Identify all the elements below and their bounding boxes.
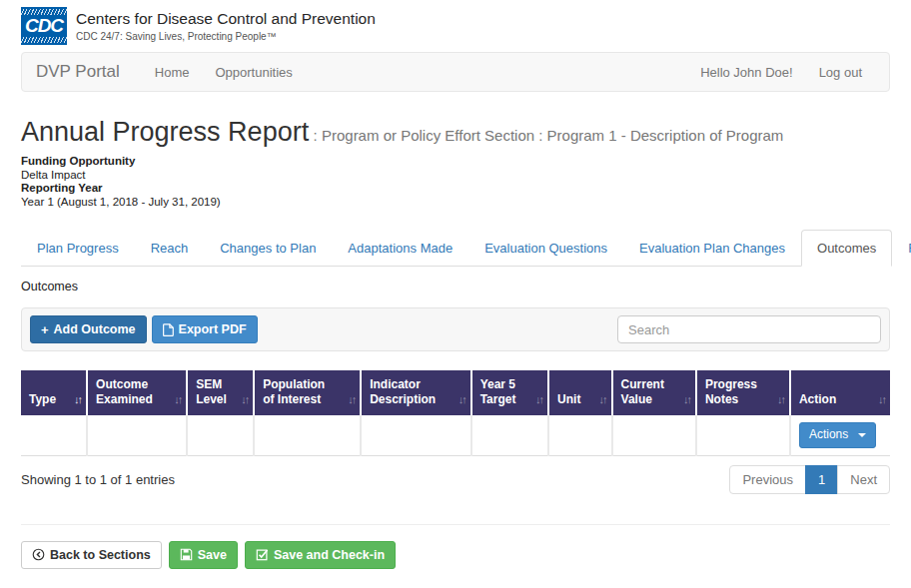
sort-icon: ↓↑ — [241, 392, 248, 407]
cell-population-of-interest — [254, 415, 361, 455]
tab-adaptations-made[interactable]: Adaptations Made — [332, 230, 468, 267]
back-to-sections-label: Back to Sections — [50, 547, 151, 563]
divider — [21, 524, 890, 525]
column-header-sem-level[interactable]: SEM Level↓↑ — [187, 370, 254, 415]
pdf-file-icon — [163, 323, 174, 336]
back-to-sections-button[interactable]: Back to Sections — [21, 541, 162, 569]
sort-icon: ↓↑ — [74, 392, 81, 407]
cell-sem-level — [187, 415, 254, 455]
column-label: Year 5 Target — [480, 377, 516, 406]
column-header-type[interactable]: Type↓↑ — [21, 370, 87, 415]
cell-year-5-target — [471, 415, 548, 455]
column-label: Action — [799, 392, 836, 406]
tab-plan-progress[interactable]: Plan Progress — [21, 230, 135, 267]
pagination-next[interactable]: Next — [837, 465, 890, 494]
column-label: Type — [29, 392, 56, 406]
cdc-logo[interactable]: CDC — [21, 7, 67, 45]
cell-indicator-description — [361, 415, 470, 455]
check-square-icon — [256, 548, 269, 561]
entries-summary: Showing 1 to 1 of 1 entries — [21, 472, 175, 487]
search-input[interactable] — [617, 315, 881, 343]
tab-evaluation-questions[interactable]: Evaluation Questions — [468, 230, 623, 267]
add-outcome-label: Add Outcome — [54, 321, 136, 337]
export-pdf-button[interactable]: Export PDF — [152, 315, 258, 343]
pagination-previous[interactable]: Previous — [729, 465, 806, 494]
nav-logout[interactable]: Log out — [806, 65, 875, 80]
tabs: Plan ProgressReachChanges to PlanAdaptat… — [21, 230, 890, 267]
sort-icon: ↓↑ — [348, 392, 355, 407]
caret-down-icon — [858, 433, 866, 437]
page-subtitle: : Program or Policy Effort Section : Pro… — [314, 127, 784, 144]
column-header-action[interactable]: Action↓↑ — [790, 370, 890, 415]
cell-progress-notes — [696, 415, 790, 455]
cdc-logo-text: CDC — [21, 15, 67, 37]
cell-outcome-examined — [87, 415, 187, 455]
footer-buttons: Back to Sections Save Save and Check-in — [21, 541, 890, 569]
page: CDC Centers for Disease Control and Prev… — [0, 0, 911, 569]
sort-icon: ↓↑ — [777, 392, 784, 407]
column-label: Indicator Description — [370, 377, 436, 406]
save-button[interactable]: Save — [169, 541, 238, 569]
action-cell: Actions — [790, 415, 890, 455]
column-label: Unit — [557, 392, 580, 406]
column-header-progress-notes[interactable]: Progress Notes↓↑ — [696, 370, 790, 415]
save-label: Save — [198, 547, 227, 563]
export-pdf-label: Export PDF — [179, 321, 247, 337]
column-header-indicator-description[interactable]: Indicator Description↓↑ — [361, 370, 470, 415]
cell-unit — [548, 415, 612, 455]
plus-icon: + — [41, 323, 49, 336]
column-label: Population of Interest — [263, 377, 325, 406]
cell-current-value — [612, 415, 696, 455]
tab-facilitators-and-barriers[interactable]: Facilitators and Barriers — [892, 230, 911, 267]
tab-changes-to-plan[interactable]: Changes to Plan — [204, 230, 332, 267]
column-label: Current Value — [621, 377, 664, 406]
pagination-page-1[interactable]: 1 — [805, 465, 838, 494]
save-disk-icon — [180, 548, 193, 561]
column-header-current-value[interactable]: Current Value↓↑ — [612, 370, 696, 415]
table-body-row: Actions — [21, 415, 890, 455]
save-and-checkin-label: Save and Check-in — [274, 547, 385, 563]
column-header-year-5-target[interactable]: Year 5 Target↓↑ — [471, 370, 548, 415]
navbar-brand[interactable]: DVP Portal — [36, 62, 120, 82]
logo-stripes-bottom — [21, 37, 67, 43]
cdc-masthead: CDC Centers for Disease Control and Prev… — [21, 0, 890, 45]
tab-outcomes[interactable]: Outcomes — [801, 230, 892, 267]
reporting-year-label: Reporting Year — [21, 182, 890, 196]
tab-evaluation-plan-changes[interactable]: Evaluation Plan Changes — [623, 230, 801, 267]
nav-home[interactable]: Home — [142, 65, 203, 80]
sort-icon: ↓↑ — [599, 392, 606, 407]
column-header-population-of-interest[interactable]: Population of Interest↓↑ — [254, 370, 361, 415]
sort-icon: ↓↑ — [174, 392, 181, 407]
funding-opportunity-label: Funding Opportunity — [21, 155, 890, 169]
outcomes-table: Type↓↑Outcome Examined↓↑SEM Level↓↑Popul… — [21, 370, 890, 456]
row-actions-button[interactable]: Actions — [799, 422, 876, 448]
table-footer: Showing 1 to 1 of 1 entries Previous 1 N… — [21, 465, 890, 494]
save-and-checkin-button[interactable]: Save and Check-in — [245, 541, 396, 569]
sort-icon: ↓↑ — [683, 392, 690, 407]
nav-greeting: Hello John Doe! — [687, 65, 806, 80]
column-header-outcome-examined[interactable]: Outcome Examined↓↑ — [87, 370, 187, 415]
column-label: SEM Level — [196, 377, 227, 406]
cell-type — [21, 415, 87, 455]
column-label: Progress Notes — [705, 377, 757, 406]
report-meta: Funding Opportunity Delta Impact Reporti… — [21, 155, 890, 209]
add-outcome-button[interactable]: + Add Outcome — [30, 315, 147, 343]
org-tagline: CDC 24/7: Saving Lives, Protecting Peopl… — [76, 31, 376, 42]
page-title-block: Annual Progress Report : Program or Poli… — [21, 117, 890, 148]
nav-opportunities[interactable]: Opportunities — [202, 65, 305, 80]
toolbar: + Add Outcome Export PDF — [21, 307, 890, 351]
row-actions-label: Actions — [809, 427, 848, 443]
org-block: Centers for Disease Control and Preventi… — [76, 7, 376, 42]
section-heading: Outcomes — [21, 280, 890, 294]
circle-arrow-left-icon — [32, 548, 45, 561]
column-header-unit[interactable]: Unit↓↑ — [548, 370, 612, 415]
sort-icon: ↓↑ — [878, 392, 885, 407]
navbar: DVP Portal Home Opportunities Hello John… — [21, 52, 890, 92]
funding-opportunity-value: Delta Impact — [21, 169, 890, 183]
sort-icon: ↓↑ — [458, 392, 465, 407]
tab-reach[interactable]: Reach — [135, 230, 205, 267]
org-name: Centers for Disease Control and Preventi… — [76, 10, 376, 28]
pagination: Previous 1 Next — [729, 465, 890, 494]
table-header-row: Type↓↑Outcome Examined↓↑SEM Level↓↑Popul… — [21, 370, 890, 415]
page-title: Annual Progress Report — [21, 117, 309, 147]
